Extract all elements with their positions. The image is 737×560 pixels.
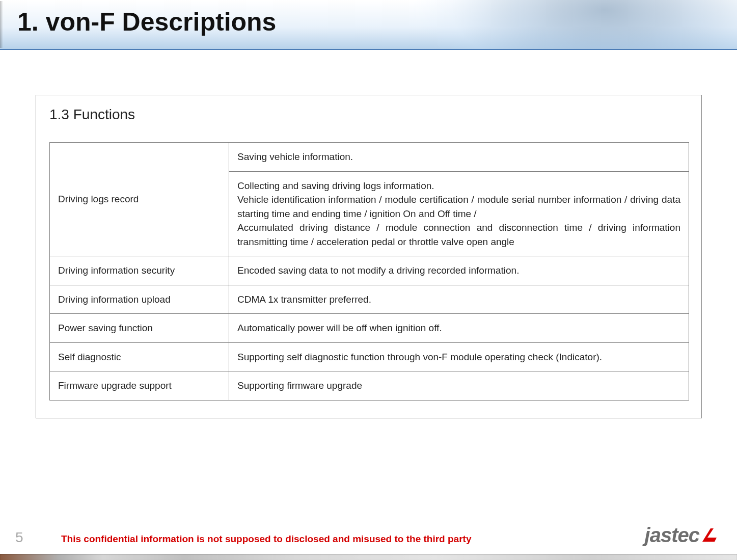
function-description: Collecting and saving driving logs infor… xyxy=(229,171,689,256)
table-row: Self diagnostic Supporting self diagnost… xyxy=(50,342,689,371)
function-description: Supporting self diagnostic function thro… xyxy=(229,342,689,371)
function-label: Power saving function xyxy=(50,314,229,343)
table-row: Driving logs record Saving vehicle infor… xyxy=(50,143,689,172)
function-label: Self diagnostic xyxy=(50,342,229,371)
page-number: 5 xyxy=(15,529,23,546)
footer-strip xyxy=(0,554,737,560)
function-description: Encoded saving data to not modify a driv… xyxy=(229,256,689,285)
confidential-notice: This confidential information is not sup… xyxy=(61,534,471,545)
logo-mark-icon xyxy=(700,526,719,545)
function-description: Supporting firmware upgrade xyxy=(229,371,689,401)
function-description: Automatically power will be off when ign… xyxy=(229,314,689,343)
functions-table: Driving logs record Saving vehicle infor… xyxy=(49,142,689,401)
function-label: Driving information upload xyxy=(50,285,229,314)
logo-text: jastec xyxy=(645,524,699,547)
table-row: Driving information upload CDMA 1x trans… xyxy=(50,285,689,314)
table-row: Driving information security Encoded sav… xyxy=(50,256,689,285)
footer: 5 This confidential information is not s… xyxy=(0,515,737,560)
function-description: CDMA 1x transmitter preferred. xyxy=(229,285,689,314)
table-row: Power saving function Automatically powe… xyxy=(50,314,689,343)
content-box: 1.3 Functions Driving logs record Saving… xyxy=(36,95,702,418)
section-heading: 1.3 Functions xyxy=(49,106,691,123)
function-description: Saving vehicle information. xyxy=(229,143,689,172)
logo: jastec xyxy=(645,524,719,547)
table-row: Firmware upgrade support Supporting firm… xyxy=(50,371,689,401)
page-title: 1. von-F Descriptions xyxy=(17,7,276,37)
function-label: Driving logs record xyxy=(50,143,229,256)
function-label: Firmware upgrade support xyxy=(50,371,229,401)
function-label: Driving information security xyxy=(50,256,229,285)
